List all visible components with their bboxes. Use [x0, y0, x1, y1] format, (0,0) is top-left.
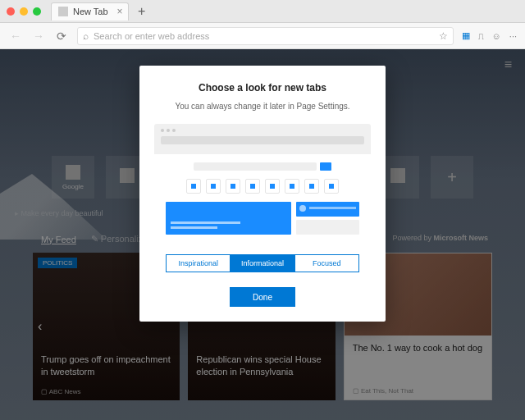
profile-icon[interactable]: ⎍ [478, 31, 484, 41]
done-button[interactable]: Done [230, 287, 295, 307]
forward-button[interactable]: → [31, 30, 46, 43]
tab-close-icon[interactable]: × [117, 6, 123, 17]
more-icon[interactable]: ··· [509, 31, 517, 41]
new-tab-look-modal: Choose a look for new tabs You can alway… [139, 66, 386, 322]
maximize-window-icon[interactable] [33, 7, 41, 16]
modal-title: Choose a look for new tabs [139, 82, 386, 94]
refresh-button[interactable]: ⟳ [54, 30, 69, 43]
tab-focused[interactable]: Focused [295, 255, 358, 272]
minimize-window-icon[interactable] [20, 7, 28, 16]
notes-icon[interactable]: ▦ [462, 30, 470, 41]
window-titlebar: New Tab × + [0, 0, 525, 23]
tab-inspirational[interactable]: Inspirational [167, 255, 231, 272]
layout-preview [154, 124, 371, 243]
tab-favicon [58, 7, 68, 16]
browser-toolbar: ← → ⟳ ⌕ Search or enter web address ☆ ▦ … [0, 23, 525, 49]
address-placeholder: Search or enter web address [94, 31, 434, 41]
modal-subtitle: You can always change it later in Page S… [139, 102, 386, 111]
tab-label: New Tab [73, 7, 108, 16]
close-window-icon[interactable] [7, 7, 15, 16]
search-icon: ⌕ [83, 30, 89, 42]
traffic-lights [7, 7, 41, 16]
new-tab-button[interactable]: + [134, 4, 150, 19]
modal-overlay: Choose a look for new tabs You can alway… [0, 49, 525, 420]
tab-informational[interactable]: Informational [231, 255, 294, 272]
address-bar[interactable]: ⌕ Search or enter web address ☆ [77, 27, 454, 45]
back-button[interactable]: ← [8, 30, 23, 43]
favorite-icon[interactable]: ☆ [439, 30, 448, 42]
browser-tab[interactable]: New Tab × [51, 2, 129, 21]
feedback-icon[interactable]: ☺ [492, 31, 501, 41]
layout-tab-group: Inspirational Informational Focused [166, 254, 359, 272]
